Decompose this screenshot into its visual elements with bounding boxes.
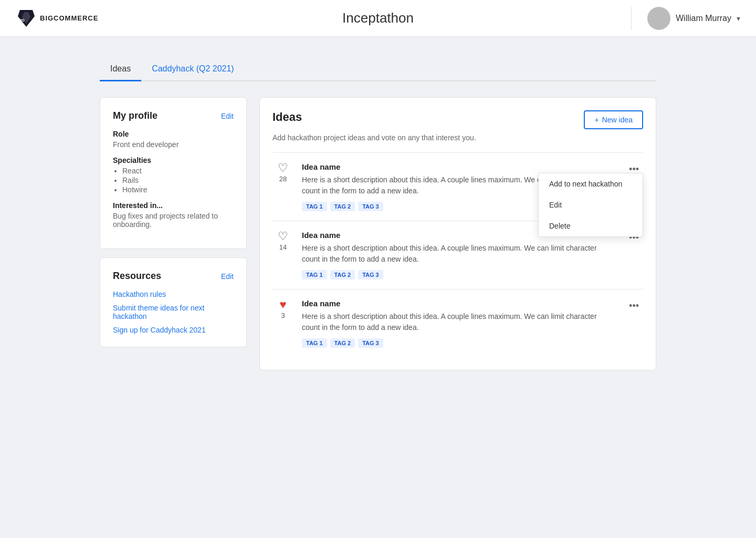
tag: TAG 1 bbox=[302, 338, 327, 348]
resources-edit-button[interactable]: Edit bbox=[221, 272, 234, 281]
heart-icon-3: ♥ bbox=[279, 299, 286, 311]
new-idea-button[interactable]: + New idea bbox=[584, 110, 643, 129]
dropdown-item-add[interactable]: Add to next hackathon bbox=[539, 173, 643, 194]
idea-content-3: Idea name Here is a short description ab… bbox=[302, 299, 616, 348]
idea-tags-2: TAG 1 TAG 2 TAG 3 bbox=[302, 270, 616, 280]
sidebar: My profile Edit Role Front end developer… bbox=[100, 97, 247, 347]
dropdown-menu-1: Add to next hackathon Edit Delete bbox=[538, 173, 643, 237]
tag: TAG 3 bbox=[358, 338, 383, 348]
tag: TAG 3 bbox=[358, 270, 383, 280]
tag: TAG 2 bbox=[330, 270, 355, 280]
vote-count-2: 14 bbox=[279, 243, 287, 251]
resource-link-2[interactable]: Sign up for Caddyhack 2021 bbox=[113, 326, 234, 334]
profile-interested-section: Interested in... Bug fixes and projects … bbox=[113, 201, 234, 229]
resources-links: Hackathon rules Submit theme ideas for n… bbox=[113, 290, 234, 334]
app-title: Inceptathon bbox=[342, 10, 414, 26]
idea-menu-container-1: ••• Add to next hackathon Edit Delete bbox=[625, 162, 643, 176]
dropdown-item-edit[interactable]: Edit bbox=[539, 194, 643, 215]
resource-link-0[interactable]: Hackathon rules bbox=[113, 290, 234, 298]
new-idea-label: New idea bbox=[602, 116, 633, 124]
role-value: Front end developer bbox=[113, 140, 234, 149]
list-item: Rails bbox=[122, 176, 234, 184]
profile-card-title: My profile Edit bbox=[113, 110, 234, 121]
profile-role-section: Role Front end developer bbox=[113, 130, 234, 149]
tag: TAG 2 bbox=[330, 202, 355, 211]
profile-specialties-section: Specialties React Rails Hotwire bbox=[113, 156, 234, 194]
logo: BIG BIGCOMMERCE bbox=[16, 8, 98, 29]
tag: TAG 1 bbox=[302, 270, 327, 280]
tag: TAG 2 bbox=[330, 338, 355, 348]
avatar bbox=[647, 7, 670, 30]
vote-button-2[interactable]: ♡ 14 bbox=[272, 231, 293, 251]
vote-button-3[interactable]: ♥ 3 bbox=[272, 299, 293, 319]
user-menu[interactable]: William Murray ▾ bbox=[631, 7, 740, 30]
tab-caddyhack[interactable]: Caddyhack (Q2 2021) bbox=[141, 58, 245, 81]
resources-card-title: Resources Edit bbox=[113, 271, 234, 282]
profile-edit-button[interactable]: Edit bbox=[221, 112, 234, 120]
main-content: Ideas Caddyhack (Q2 2021) My profile Edi… bbox=[89, 37, 667, 391]
tab-ideas[interactable]: Ideas bbox=[100, 58, 141, 81]
list-item: Hotwire bbox=[122, 185, 234, 194]
tabs: Ideas Caddyhack (Q2 2021) bbox=[100, 58, 656, 81]
ideas-panel-title: Ideas bbox=[272, 110, 302, 124]
tag: TAG 3 bbox=[358, 202, 383, 211]
content-layout: My profile Edit Role Front end developer… bbox=[100, 97, 656, 370]
idea-desc-3: Here is a short description about this i… bbox=[302, 311, 616, 333]
resources-card: Resources Edit Hackathon rules Submit th… bbox=[100, 257, 247, 347]
idea-tags-3: TAG 1 TAG 2 TAG 3 bbox=[302, 338, 616, 348]
header: BIG BIGCOMMERCE Inceptathon William Murr… bbox=[0, 0, 756, 37]
ideas-panel: Ideas + New idea Add hackathon project i… bbox=[259, 97, 656, 370]
user-name: William Murray bbox=[676, 14, 731, 23]
idea-name-1: Idea name bbox=[302, 162, 616, 171]
vote-button-1[interactable]: ♡ 28 bbox=[272, 162, 293, 183]
ideas-header: Ideas + New idea bbox=[272, 110, 643, 129]
logo-text: BIGCOMMERCE bbox=[40, 14, 98, 22]
interested-label: Interested in... bbox=[113, 201, 234, 210]
idea-name-3: Idea name bbox=[302, 299, 616, 308]
idea-menu-button-3[interactable]: ••• bbox=[625, 299, 643, 313]
heart-icon-2: ♡ bbox=[278, 231, 288, 242]
list-item: React bbox=[122, 167, 234, 175]
vote-count-3: 3 bbox=[281, 312, 285, 319]
bigcommerce-logo-icon: BIG bbox=[16, 8, 37, 29]
role-label: Role bbox=[113, 130, 234, 138]
chevron-down-icon: ▾ bbox=[737, 14, 740, 23]
resource-link-1[interactable]: Submit theme ideas for next hackathon bbox=[113, 304, 234, 320]
specialties-label: Specialties bbox=[113, 156, 234, 164]
plus-icon: + bbox=[594, 116, 598, 124]
heart-icon-1: ♡ bbox=[278, 162, 288, 174]
idea-desc-2: Here is a short description about this i… bbox=[302, 243, 616, 265]
ideas-subtitle: Add hackathon project ideas and vote on … bbox=[272, 133, 643, 142]
idea-item-3: ♥ 3 Idea name Here is a short descriptio… bbox=[272, 289, 643, 357]
vote-count-1: 28 bbox=[279, 175, 287, 183]
svg-text:BIG: BIG bbox=[18, 17, 25, 22]
tag: TAG 1 bbox=[302, 202, 327, 211]
interested-value: Bug fixes and projects related to onboar… bbox=[113, 212, 234, 229]
idea-content-2: Idea name Here is a short description ab… bbox=[302, 231, 616, 280]
profile-card: My profile Edit Role Front end developer… bbox=[100, 97, 247, 249]
idea-item-1: ♡ 28 Idea name Here is a short descripti… bbox=[272, 152, 643, 221]
dropdown-item-delete[interactable]: Delete bbox=[539, 215, 643, 236]
specialties-list: React Rails Hotwire bbox=[113, 167, 234, 194]
